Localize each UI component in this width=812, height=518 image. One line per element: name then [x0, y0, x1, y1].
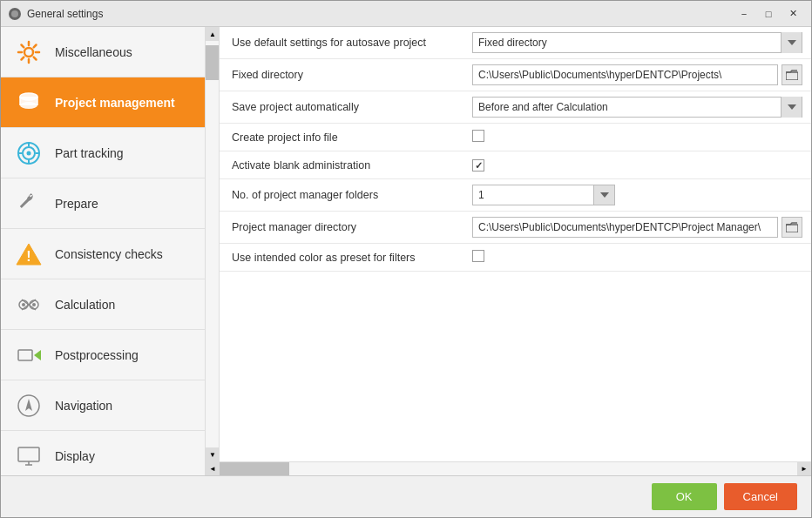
svg-rect-32 [786, 225, 798, 232]
setting-value: C:\Users\Public\Documents\hyperDENTCP\Pr… [464, 59, 811, 91]
color-preset-checkbox[interactable] [472, 250, 484, 262]
setting-label: Use intended color as preset for filters [220, 244, 464, 272]
app-icon [8, 7, 22, 21]
scroll-track [206, 41, 219, 447]
autosave-arrow[interactable] [781, 32, 802, 53]
settings-content: Use default settings for autosave projec… [220, 27, 811, 461]
warning-icon: ! [11, 237, 46, 272]
save-auto-dropdown[interactable]: Before and after Calculation [472, 97, 802, 118]
setting-label: Use default settings for autosave projec… [220, 27, 464, 59]
autosave-dropdown[interactable]: Fixed directory [472, 32, 802, 53]
table-row: Use intended color as preset for filters [220, 244, 811, 272]
sidebar-item-postprocessing[interactable]: Postprocessing [1, 330, 205, 380]
setting-value [464, 151, 811, 179]
setting-value: 1 [464, 179, 811, 212]
sidebar-label-calculation: Calculation [55, 298, 115, 312]
setting-value: Before and after Calculation [464, 91, 811, 124]
proj-dir-browse[interactable] [782, 217, 802, 238]
autosave-value: Fixed directory [473, 37, 781, 49]
table-row: Project manager directory C:\Users\Publi… [220, 212, 811, 244]
save-auto-value: Before and after Calculation [473, 101, 781, 113]
window-title: General settings [27, 8, 733, 20]
sidebar-label-miscellaneous: Miscellaneous [55, 45, 132, 59]
num-folders-field[interactable]: 1 [472, 185, 594, 205]
scroll-thumb[interactable] [206, 45, 219, 80]
fixed-dir-field[interactable]: C:\Users\Public\Documents\hyperDENTCP\Pr… [472, 64, 778, 85]
scroll-left-button[interactable]: ◄ [206, 462, 220, 476]
gear-icon [11, 35, 46, 70]
svg-point-5 [20, 102, 37, 109]
sidebar-label-display: Display [55, 449, 95, 463]
sidebar-label-consistency-checks: Consistency checks [55, 247, 163, 261]
save-auto-arrow[interactable] [781, 97, 802, 118]
num-folders-arrow[interactable] [594, 185, 615, 205]
svg-point-1 [11, 10, 18, 17]
sidebar-label-project-management: Project management [55, 96, 175, 110]
activate-blank-checkbox[interactable] [472, 159, 484, 172]
maximize-button[interactable]: □ [757, 5, 780, 23]
sidebar-label-part-tracking: Part tracking [55, 146, 124, 160]
svg-rect-28 [18, 447, 39, 461]
main-content: ▲ ▼ Use default settings for autosave pr… [206, 27, 811, 475]
scroll-down-button[interactable]: ▼ [206, 447, 220, 461]
sidebar-item-consistency-checks[interactable]: ! Consistency checks [1, 229, 205, 279]
tracking-icon [11, 136, 46, 171]
setting-value: C:\Users\Public\Documents\hyperDENTCP\Pr… [464, 212, 811, 244]
sidebar-label-prepare: Prepare [55, 197, 98, 211]
svg-marker-25 [34, 350, 41, 360]
title-bar: General settings − □ ✕ [1, 1, 811, 27]
h-scroll-track [220, 462, 797, 475]
table-row: Use default settings for autosave projec… [220, 27, 811, 59]
table-row: Activate blank administration [220, 151, 811, 179]
sidebar-item-miscellaneous[interactable]: Miscellaneous [1, 27, 205, 77]
sidebar-item-display[interactable]: Display [1, 431, 205, 475]
num-folders-row: 1 [472, 185, 802, 205]
sidebar: Miscellaneous Project management [1, 27, 206, 475]
calculation-icon [11, 287, 46, 322]
svg-text:!: ! [26, 249, 30, 264]
create-info-checkbox[interactable] [472, 130, 484, 142]
cancel-button[interactable]: Cancel [724, 483, 797, 510]
settings-table: Use default settings for autosave projec… [220, 27, 811, 272]
setting-label: Activate blank administration [220, 151, 464, 179]
table-row: No. of project manager folders 1 [220, 179, 811, 212]
sidebar-label-postprocessing: Postprocessing [55, 348, 139, 362]
main-window: General settings − □ ✕ Miscellaneous [0, 0, 812, 518]
display-icon [11, 439, 46, 474]
proj-dir-field[interactable]: C:\Users\Public\Documents\hyperDENTCP\Pr… [472, 217, 778, 238]
sidebar-item-prepare[interactable]: Prepare [1, 178, 205, 229]
table-row: Save project automatically Before and af… [220, 91, 811, 124]
setting-label: Fixed directory [220, 59, 464, 91]
fixed-dir-browse[interactable] [782, 64, 802, 85]
fixed-dir-row: C:\Users\Public\Documents\hyperDENTCP\Pr… [472, 64, 802, 85]
svg-rect-31 [786, 72, 798, 80]
window-controls: − □ ✕ [733, 5, 804, 23]
database-icon [11, 85, 46, 120]
sidebar-item-part-tracking[interactable]: Part tracking [1, 128, 205, 178]
h-scroll-thumb[interactable] [220, 462, 289, 475]
scroll-right-button[interactable]: ► [797, 462, 811, 476]
minimize-button[interactable]: − [733, 5, 755, 23]
bottom-bar: OK Cancel [1, 475, 811, 517]
setting-value [464, 244, 811, 272]
svg-point-2 [24, 48, 33, 57]
sidebar-item-calculation[interactable]: Calculation [1, 279, 205, 330]
setting-label: No. of project manager folders [220, 179, 464, 212]
svg-point-11 [27, 151, 31, 155]
left-scrollbar: ▲ ▼ [206, 27, 220, 461]
setting-value: Fixed directory [464, 27, 811, 59]
proj-dir-row: C:\Users\Public\Documents\hyperDENTCP\Pr… [472, 217, 802, 238]
wrench-icon [11, 186, 46, 221]
scroll-up-button[interactable]: ▲ [206, 27, 220, 41]
table-row: Create project info file [220, 124, 811, 151]
navigation-icon [11, 388, 46, 423]
setting-value [464, 124, 811, 151]
setting-label: Project manager directory [220, 212, 464, 244]
sidebar-item-navigation[interactable]: Navigation [1, 380, 205, 431]
horizontal-scrollbar: ◄ ► [206, 461, 811, 475]
close-button[interactable]: ✕ [782, 5, 804, 23]
sidebar-label-navigation: Navigation [55, 399, 112, 413]
postprocessing-icon [11, 338, 46, 373]
ok-button[interactable]: OK [652, 483, 717, 510]
sidebar-item-project-management[interactable]: Project management [1, 77, 205, 128]
